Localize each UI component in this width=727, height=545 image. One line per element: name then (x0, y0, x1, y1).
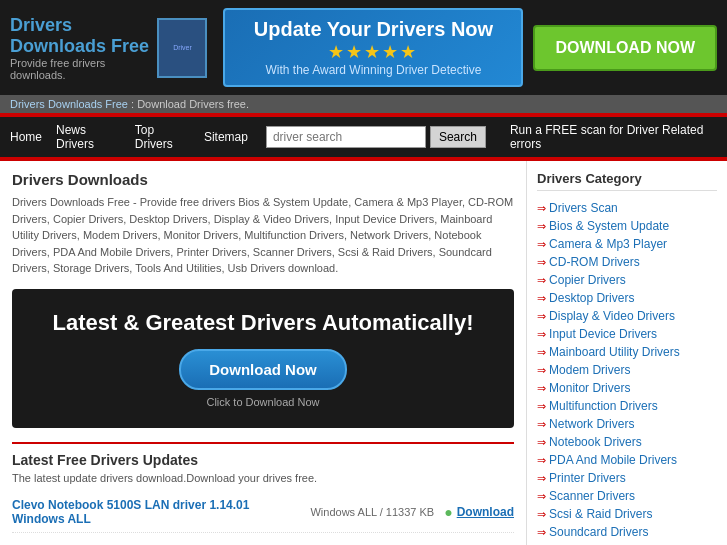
sidebar-item-link[interactable]: CD-ROM Drivers (549, 255, 640, 269)
sidebar-list-item: Modem Drivers (537, 361, 717, 379)
banner-download-button[interactable]: DOWNLOAD NOW (533, 25, 717, 71)
header-banner: Driver Update Your Drivers Now ★★★★★ Wit… (157, 8, 717, 87)
sidebar-list-item: Drivers Scan (537, 199, 717, 217)
latest-drivers-heading: Latest Free Drivers Updates (12, 452, 514, 468)
header-left: Drivers Downloads Free Provide free driv… (10, 15, 157, 81)
sidebar-item-link[interactable]: Input Device Drivers (549, 327, 657, 341)
sidebar-heading: Drivers Category (537, 171, 717, 191)
sidebar-list-item: Scanner Drivers (537, 487, 717, 505)
search-button[interactable]: Search (430, 126, 486, 148)
site-title: Drivers Downloads Free (10, 15, 157, 57)
sidebar-list-item: Desktop Drivers (537, 289, 717, 307)
sidebar-item-link[interactable]: Network Drivers (549, 417, 634, 431)
sidebar-list-item: Bios & System Update (537, 217, 717, 235)
main: Drivers Downloads Drivers Downloads Free… (0, 161, 727, 545)
driver-meta: Windows ALL / 11337 KB (310, 506, 434, 518)
sidebar-item-link[interactable]: Desktop Drivers (549, 291, 634, 305)
sidebar-list-item: Camera & Mp3 Player (537, 235, 717, 253)
sidebar-list-item: Mainboard Utility Drivers (537, 343, 717, 361)
sidebar-list-item: Printer Drivers (537, 469, 717, 487)
sidebar-item-link[interactable]: Copier Drivers (549, 273, 626, 287)
sidebar-item-link[interactable]: Drivers Scan (549, 201, 618, 215)
status-dot: ● (444, 504, 452, 520)
sidebar-list-item: Input Device Drivers (537, 325, 717, 343)
header: Drivers Downloads Free Provide free driv… (0, 0, 727, 95)
search-input[interactable] (266, 126, 426, 148)
content-area: Drivers Downloads Drivers Downloads Free… (0, 161, 527, 545)
driver-download: ● Download (444, 504, 514, 520)
sidebar-list-item: Storage Drivers (537, 541, 717, 545)
sidebar-item-link[interactable]: Modem Drivers (549, 363, 630, 377)
sidebar-list-item: PDA And Mobile Drivers (537, 451, 717, 469)
breadcrumb-sep: : Download Drivers free. (131, 98, 249, 110)
banner-sub: With the Award Winning Driver Detective (266, 63, 482, 77)
nav-sitemap[interactable]: Sitemap (204, 130, 248, 144)
sidebar: Drivers Category Drivers ScanBios & Syst… (527, 161, 727, 545)
site-tagline: Provide free drivers downloads. (10, 57, 157, 81)
sidebar-item-link[interactable]: Monitor Drivers (549, 381, 630, 395)
sidebar-item-link[interactable]: Notebook Drivers (549, 435, 642, 449)
sidebar-item-link[interactable]: PDA And Mobile Drivers (549, 453, 677, 467)
sidebar-item-link[interactable]: Camera & Mp3 Player (549, 237, 667, 251)
sidebar-list-item: Soundcard Drivers (537, 523, 717, 541)
driver-link[interactable]: Clevo Notebook 5100S LAN driver 1.14.01 … (12, 498, 300, 526)
sidebar-item-link[interactable]: Soundcard Drivers (549, 525, 648, 539)
sidebar-list-item: Copier Drivers (537, 271, 717, 289)
sidebar-list-item: Display & Video Drivers (537, 307, 717, 325)
sidebar-list-item: Network Drivers (537, 415, 717, 433)
sidebar-item-link[interactable]: Scsi & Raid Drivers (549, 507, 652, 521)
breadcrumb-home-link[interactable]: Drivers Downloads Free (10, 98, 128, 110)
sidebar-item-link[interactable]: Display & Video Drivers (549, 309, 675, 323)
download-banner: Latest & Greatest Drivers Automatically!… (12, 289, 514, 429)
nav: Home News Drivers Top Drivers Sitemap Se… (0, 117, 727, 157)
sidebar-list-item: Multifunction Drivers (537, 397, 717, 415)
nav-search: Search (266, 126, 486, 148)
sidebar-item-link[interactable]: Scanner Drivers (549, 489, 635, 503)
site-title-link[interactable]: Drivers Downloads Free (10, 15, 149, 56)
sidebar-list-item: Monitor Drivers (537, 379, 717, 397)
driver-download-link[interactable]: Download (457, 505, 514, 519)
download-banner-button[interactable]: Download Now (179, 349, 347, 390)
sidebar-list-item: Scsi & Raid Drivers (537, 505, 717, 523)
latest-drivers-desc: The latest update drivers download.Downl… (12, 472, 514, 484)
sidebar-item-link[interactable]: Bios & System Update (549, 219, 669, 233)
nav-news-drivers[interactable]: News Drivers (56, 123, 121, 151)
banner-stars: ★★★★★ (328, 41, 418, 63)
nav-top-drivers[interactable]: Top Drivers (135, 123, 190, 151)
sidebar-item-link[interactable]: Multifunction Drivers (549, 399, 658, 413)
download-banner-sub: Click to Download Now (32, 396, 494, 408)
sidebar-list-item: CD-ROM Drivers (537, 253, 717, 271)
sidebar-list: Drivers ScanBios & System UpdateCamera &… (537, 199, 717, 545)
latest-drivers-section: Latest Free Drivers Updates The latest u… (12, 442, 514, 533)
nav-home[interactable]: Home (10, 130, 42, 144)
content-description: Drivers Downloads Free - Provide free dr… (12, 194, 514, 277)
banner-update-text: Update Your Drivers Now (254, 18, 493, 41)
content-heading: Drivers Downloads (12, 171, 514, 188)
sidebar-list-item: Notebook Drivers (537, 433, 717, 451)
breadcrumb-bar: Drivers Downloads Free : Download Driver… (0, 95, 727, 113)
sidebar-item-link[interactable]: Mainboard Utility Drivers (549, 345, 680, 359)
download-banner-heading: Latest & Greatest Drivers Automatically! (32, 309, 494, 338)
driver-row: Clevo Notebook 5100S LAN driver 1.14.01 … (12, 492, 514, 533)
sidebar-item-link[interactable]: Printer Drivers (549, 471, 626, 485)
driver-detective-icon: Driver (157, 18, 207, 78)
banner-ad: Update Your Drivers Now ★★★★★ With the A… (223, 8, 523, 87)
nav-free-scan-link[interactable]: Run a FREE scan for Driver Related error… (510, 123, 717, 151)
